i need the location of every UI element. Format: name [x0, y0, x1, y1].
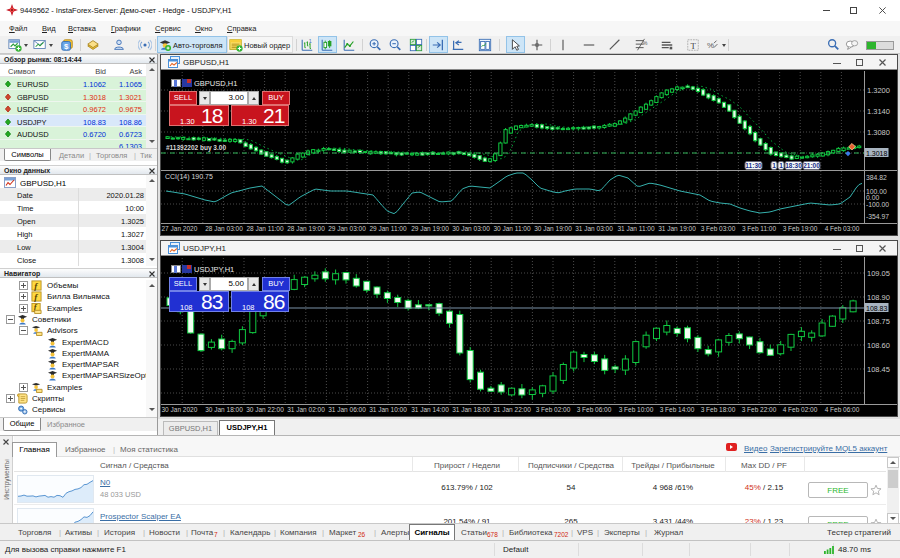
svg-text:3 Feb 14:00: 3 Feb 14:00 [660, 406, 695, 413]
svg-text:$: $ [64, 42, 69, 51]
svg-text:108.90: 108.90 [867, 293, 890, 302]
svg-text:29 Jan 11:00: 29 Jan 11:00 [369, 225, 406, 232]
svg-text:30 Jan 22:00: 30 Jan 22:00 [246, 406, 284, 413]
svg-text:31 Jan 18:00: 31 Jan 18:00 [452, 406, 490, 413]
svg-text:30 Jan 18:00: 30 Jan 18:00 [205, 406, 243, 413]
svg-text:31 Jan 02:00: 31 Jan 02:00 [287, 406, 325, 413]
svg-text:31 Jan 14:00: 31 Jan 14:00 [411, 406, 449, 413]
svg-text:CCI(14) 190.75: CCI(14) 190.75 [165, 173, 213, 181]
svg-text:1.3018: 1.3018 [866, 150, 888, 157]
svg-text:31 Jan 11:00: 31 Jan 11:00 [617, 225, 654, 232]
svg-text:31 Jan 03:00: 31 Jan 03:00 [575, 225, 613, 232]
svg-text:30 Jan 19:00: 30 Jan 19:00 [534, 225, 572, 232]
svg-text:11:30: 11:30 [745, 162, 762, 169]
svg-text:1.3080: 1.3080 [867, 128, 890, 137]
svg-text:3 Feb 02:00: 3 Feb 02:00 [536, 406, 571, 413]
svg-text:31 Jan 06:00: 31 Jan 06:00 [328, 406, 366, 413]
svg-text:4 Feb 02:00: 4 Feb 02:00 [783, 406, 818, 413]
svg-text:1: 1 [309, 38, 312, 44]
svg-text:108.75: 108.75 [867, 317, 890, 326]
svg-text:29 Jan 19:00: 29 Jan 19:00 [411, 225, 449, 232]
svg-text:29 Jan 03:00: 29 Jan 03:00 [328, 225, 366, 232]
svg-text:109.05: 109.05 [867, 269, 890, 278]
svg-text:30 Jan 03:00: 30 Jan 03:00 [452, 225, 490, 232]
svg-text:108.60: 108.60 [867, 341, 890, 350]
svg-text:3 Feb 10:00: 3 Feb 10:00 [619, 406, 654, 413]
svg-text:108.83: 108.83 [866, 305, 888, 312]
svg-text:3 Feb 06:00: 3 Feb 06:00 [577, 406, 612, 413]
svg-text:4 Feb 06:00: 4 Feb 06:00 [825, 406, 860, 413]
svg-text:1: 1 [779, 162, 783, 169]
svg-text:31 Jan 22:00: 31 Jan 22:00 [493, 406, 531, 413]
svg-text:28 Jan 19:00: 28 Jan 19:00 [287, 225, 325, 232]
svg-text:3 Feb 11:00: 3 Feb 11:00 [742, 225, 777, 232]
svg-text:31 Jan 19:00: 31 Jan 19:00 [658, 225, 696, 232]
svg-text:4 Feb 03:00: 4 Feb 03:00 [825, 225, 860, 232]
svg-text:1.3200: 1.3200 [867, 86, 890, 95]
svg-text:%: % [643, 40, 648, 46]
svg-text:-100.00: -100.00 [866, 201, 889, 208]
svg-text:1: 1 [772, 162, 776, 169]
svg-text:21:00: 21:00 [803, 162, 820, 169]
svg-text:3 Feb 22:00: 3 Feb 22:00 [742, 406, 777, 413]
svg-text:31 Jan 10:00: 31 Jan 10:00 [369, 406, 407, 413]
svg-text:3 Feb 18:00: 3 Feb 18:00 [701, 406, 736, 413]
svg-text:30 Jan 11:00: 30 Jan 11:00 [493, 225, 530, 232]
svg-text:28 Jan 03:00: 28 Jan 03:00 [205, 225, 243, 232]
svg-text:30 Jan 2020: 30 Jan 2020 [162, 406, 198, 413]
svg-text:18:30: 18:30 [785, 162, 802, 169]
svg-text:#11392202 buy 3.00: #11392202 buy 3.00 [166, 144, 226, 152]
svg-text:108.45: 108.45 [867, 365, 890, 374]
svg-text:1.3140: 1.3140 [867, 107, 890, 116]
svg-text:28 Jan 11:00: 28 Jan 11:00 [246, 225, 283, 232]
svg-text:27 Jan 2020: 27 Jan 2020 [162, 225, 198, 232]
svg-text:%: % [707, 41, 714, 50]
svg-text:3 Feb 03:00: 3 Feb 03:00 [701, 225, 736, 232]
svg-text:-354.97: -354.97 [866, 213, 889, 220]
svg-text:T: T [690, 41, 696, 51]
svg-text:3 Feb 19:00: 3 Feb 19:00 [783, 225, 818, 232]
svg-text:384.82: 384.82 [866, 174, 887, 181]
